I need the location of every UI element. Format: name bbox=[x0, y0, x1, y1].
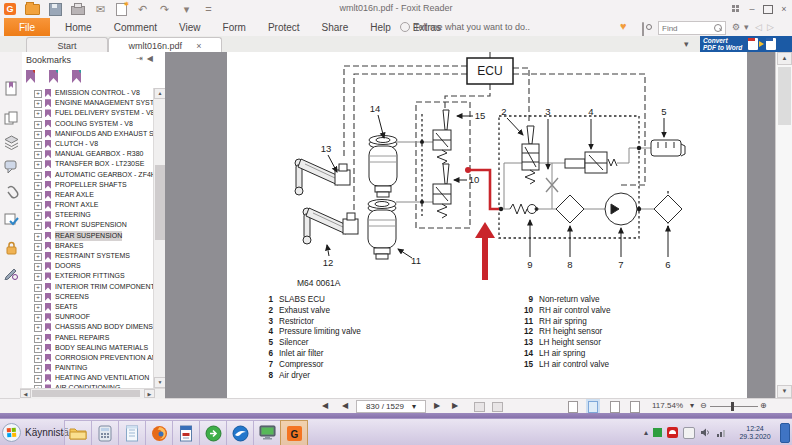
zoom-level[interactable]: 117.54% bbox=[652, 401, 683, 410]
chevron-down-icon[interactable]: ▾ bbox=[412, 402, 416, 411]
document-vertical-scrollbar[interactable]: ▲ ▼ bbox=[775, 52, 792, 398]
expand-icon[interactable]: + bbox=[34, 121, 42, 129]
find-box[interactable] bbox=[658, 21, 726, 35]
expand-icon[interactable]: + bbox=[34, 375, 42, 383]
last-page-button[interactable]: ▶ bbox=[452, 401, 458, 410]
expand-icon[interactable]: + bbox=[34, 263, 42, 271]
expand-icon[interactable]: + bbox=[34, 345, 42, 353]
bookmark-item[interactable]: +MANIFOLDS AND EXHAUST SYSTEM bbox=[22, 129, 153, 139]
tab-home[interactable]: Home bbox=[54, 18, 103, 36]
bookmark-item[interactable]: +CLUTCH - V8 bbox=[22, 139, 153, 149]
expand-icon[interactable]: + bbox=[34, 202, 42, 210]
expand-icon[interactable]: + bbox=[34, 222, 42, 230]
tab-comment[interactable]: Comment bbox=[103, 18, 168, 36]
taskbar-display-settings-button[interactable] bbox=[253, 420, 281, 445]
gear-icon[interactable]: ⚙ bbox=[732, 22, 740, 32]
pin-panel-icon[interactable]: ⇥ bbox=[136, 54, 147, 63]
attachments-icon[interactable] bbox=[4, 185, 19, 200]
tab-document[interactable]: wmlt016n.pdf × bbox=[108, 37, 222, 53]
taskbar-pdf-tool-button[interactable] bbox=[172, 420, 200, 445]
bookmark-item[interactable]: +FRONT AXLE bbox=[22, 200, 153, 210]
bookmark-item[interactable]: +CORROSION PREVENTION AND bbox=[22, 353, 153, 363]
taskbar-pdf24-button[interactable] bbox=[199, 420, 227, 445]
tab-start[interactable]: Start bbox=[26, 37, 108, 53]
bookmarks-panel-icon[interactable] bbox=[4, 81, 19, 96]
bookmark-item[interactable]: +STEERING bbox=[22, 210, 153, 220]
tell-me-box[interactable]: Tell me what you want to do.. bbox=[400, 18, 530, 36]
continuous-facing-view-icon[interactable] bbox=[630, 401, 640, 413]
expand-icon[interactable]: + bbox=[34, 294, 42, 302]
expand-icon[interactable]: + bbox=[34, 273, 42, 281]
expand-icon[interactable]: + bbox=[34, 355, 42, 363]
page-number-box[interactable]: 830 / 1529 ▾ bbox=[356, 400, 426, 413]
expand-icon[interactable]: + bbox=[34, 304, 42, 312]
history-back-icon[interactable]: ◁ bbox=[755, 22, 762, 32]
tab-view[interactable]: View bbox=[168, 18, 212, 36]
tab-help[interactable]: Help bbox=[359, 18, 402, 36]
scroll-down-icon[interactable]: ▼ bbox=[777, 385, 792, 398]
bookmark-item[interactable]: +BRAKES bbox=[22, 241, 153, 251]
minimize-button[interactable]: – bbox=[744, 3, 760, 16]
expand-icon[interactable]: + bbox=[34, 335, 42, 343]
expand-icon[interactable]: + bbox=[34, 192, 42, 200]
tab-form[interactable]: Form bbox=[212, 18, 257, 36]
tab-share[interactable]: Share bbox=[311, 18, 360, 36]
network-icon[interactable] bbox=[716, 427, 728, 438]
bookmark-item[interactable]: +BODY SEALING MATERIALS bbox=[22, 343, 153, 353]
bookmark-item[interactable]: +AUTOMATIC GEARBOX - ZF4HP bbox=[22, 170, 153, 180]
bookmark-item[interactable]: +PAINTING bbox=[22, 363, 153, 373]
add-bookmark-icon[interactable] bbox=[72, 70, 81, 83]
bookmark-item[interactable]: +TRANSFER BOX - LT230SE bbox=[22, 159, 153, 169]
page-thumbnails-icon[interactable] bbox=[4, 111, 19, 126]
chevron-down-icon[interactable]: ▾ bbox=[690, 401, 694, 410]
search-icon[interactable] bbox=[714, 24, 722, 32]
taskbar-calculator-button[interactable] bbox=[91, 420, 119, 445]
chevron-down-icon[interactable]: ▾ bbox=[744, 22, 749, 32]
expand-icon[interactable]: + bbox=[34, 212, 42, 220]
tray-expand-icon[interactable]: ▴ bbox=[644, 428, 648, 437]
scroll-right-icon[interactable]: ▶ bbox=[144, 389, 155, 398]
tray-antivirus-icon[interactable] bbox=[667, 427, 678, 438]
bookmark-item-selected[interactable]: +REAR SUSPENSION bbox=[22, 231, 153, 241]
next-view-icon[interactable] bbox=[492, 402, 503, 412]
expand-icon[interactable]: + bbox=[34, 324, 42, 332]
next-page-button[interactable]: ▶ bbox=[434, 401, 440, 410]
single-page-view-icon[interactable] bbox=[568, 401, 578, 413]
bookmark-item[interactable]: +EXTERIOR FITTINGS bbox=[22, 271, 153, 281]
expand-icon[interactable]: + bbox=[34, 182, 42, 190]
tab-protect[interactable]: Protect bbox=[257, 18, 311, 36]
layout-grid-icon[interactable] bbox=[728, 3, 744, 16]
find-input[interactable] bbox=[659, 24, 714, 33]
bookmark-item[interactable]: +DOORS bbox=[22, 261, 153, 271]
tab-list-caret-icon[interactable]: ▾ bbox=[684, 39, 689, 49]
restore-button[interactable] bbox=[760, 3, 776, 16]
facing-view-icon[interactable] bbox=[610, 401, 620, 413]
taskbar-clock[interactable]: 12:24 29.3.2020 bbox=[732, 425, 778, 441]
expand-icon[interactable]: + bbox=[34, 314, 42, 322]
signature-icon[interactable] bbox=[4, 265, 19, 280]
bookmark-item[interactable]: +EMISSION CONTROL - V8 bbox=[22, 88, 153, 98]
bookmark-item[interactable]: +CHASSIS AND BODY DIMENSIONS bbox=[22, 322, 153, 332]
zoom-in-icon[interactable]: ⊕ bbox=[760, 401, 767, 410]
expand-bookmark-icon[interactable] bbox=[26, 70, 35, 83]
bookmark-item[interactable]: +RESTRAINT SYSTEMS bbox=[22, 251, 153, 261]
history-forward-icon[interactable]: ▷ bbox=[767, 22, 774, 32]
zoom-out-icon[interactable]: ⊖ bbox=[700, 401, 707, 410]
bookmark-item[interactable]: +COOLING SYSTEM - V8 bbox=[22, 119, 153, 129]
bookmark-item[interactable]: +HEATING AND VENTILATION bbox=[22, 373, 153, 383]
scrollbar-thumb[interactable] bbox=[778, 67, 791, 125]
stamps-icon[interactable] bbox=[4, 212, 19, 227]
bookmark-item[interactable]: +SCREENS bbox=[22, 292, 153, 302]
scroll-left-icon[interactable]: ◀ bbox=[20, 389, 31, 398]
start-button[interactable]: Käynnistä bbox=[2, 422, 69, 442]
scrollbar-thumb[interactable] bbox=[32, 390, 140, 397]
expand-icon[interactable]: + bbox=[34, 233, 42, 241]
show-desktop-button[interactable] bbox=[780, 423, 790, 443]
expand-icon[interactable]: + bbox=[34, 131, 42, 139]
tray-touch-icon[interactable] bbox=[683, 427, 695, 439]
tab-file[interactable]: File bbox=[4, 18, 50, 36]
taskbar-notepad-button[interactable] bbox=[118, 420, 146, 445]
bookmarks-horizontal-scrollbar[interactable]: ◀ ▶ bbox=[20, 388, 165, 399]
bookmark-item[interactable]: +INTERIOR TRIM COMPONENTS bbox=[22, 282, 153, 292]
zoom-slider[interactable] bbox=[710, 406, 758, 407]
